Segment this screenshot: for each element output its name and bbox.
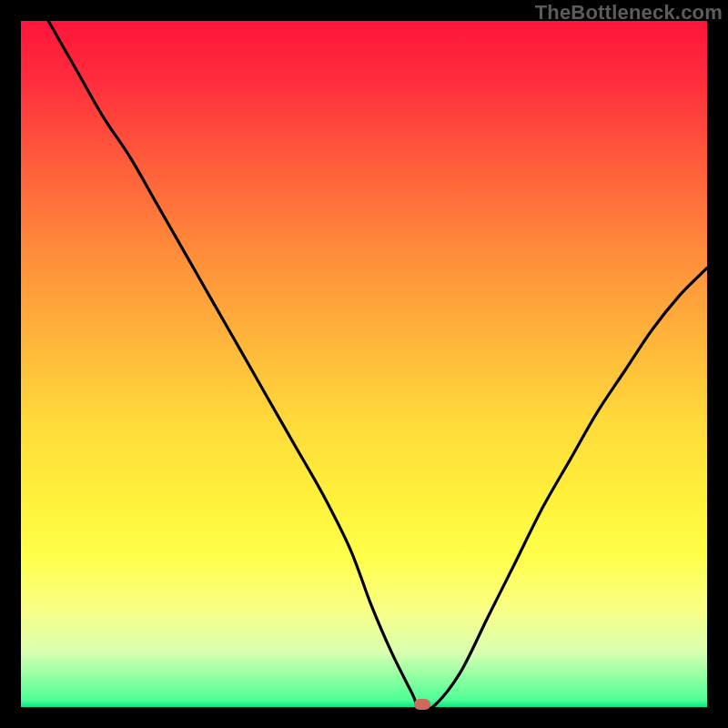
bottleneck-curve: [21, 21, 707, 707]
chart-frame: TheBottleneck.com: [0, 0, 728, 728]
plot-area: [21, 21, 707, 707]
minimum-marker: [414, 699, 430, 710]
